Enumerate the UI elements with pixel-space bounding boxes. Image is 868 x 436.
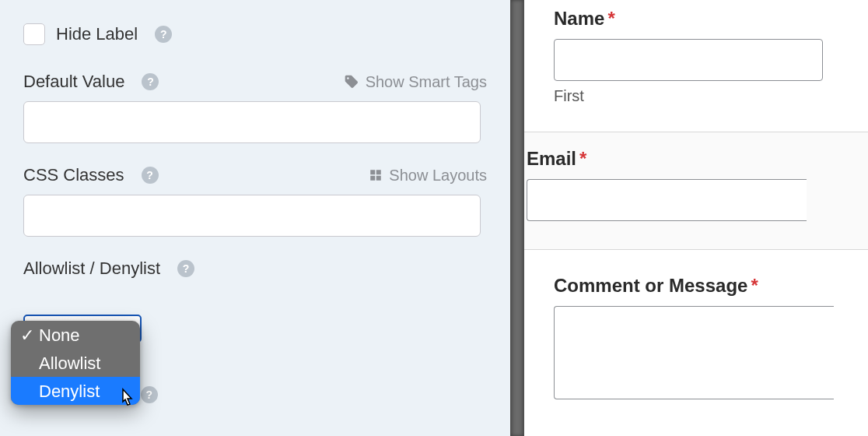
grid-icon [369,168,383,182]
cursor-icon [117,388,137,411]
name-label: Name [554,8,604,29]
hide-label-row: Hide Label ? [23,23,487,45]
name-first-input[interactable] [554,39,823,81]
tag-icon [344,74,359,90]
checkmark-icon: ✓ [22,325,33,346]
name-first-sublabel: First [554,87,868,105]
required-asterisk: * [579,148,586,169]
required-asterisk: * [607,8,614,29]
help-icon[interactable]: ? [141,386,158,403]
comment-field: Comment or Message* [510,275,868,399]
panel-divider[interactable] [510,0,524,436]
allow-deny-option-allowlist[interactable]: Allowlist [11,349,140,377]
comment-label: Comment or Message [554,275,747,296]
hide-label-checkbox[interactable] [23,23,45,45]
email-input[interactable] [527,179,807,221]
email-label: Email [527,148,576,169]
name-field: Name* First [510,8,868,105]
default-value-row: Default Value ? Show Smart Tags [23,72,487,143]
allow-deny-row: Allowlist / Denylist ? [23,258,487,279]
allow-deny-label: Allowlist / Denylist [23,258,160,279]
show-layouts-link[interactable]: Show Layouts [369,167,487,185]
required-asterisk: * [751,275,758,296]
css-classes-row: CSS Classes ? Show Layouts [23,165,487,237]
allow-deny-option-none[interactable]: ✓ None [11,321,140,349]
help-icon[interactable]: ? [177,260,194,277]
field-options-panel: Hide Label ? Default Value ? Show Smart … [0,0,510,436]
css-classes-label: CSS Classes [23,165,124,185]
help-icon[interactable]: ? [142,167,159,184]
email-field-selected[interactable]: Email* [510,132,868,250]
default-value-label: Default Value [23,72,124,92]
comment-textarea[interactable] [554,306,834,399]
help-icon[interactable]: ? [142,73,159,90]
form-preview: Name* First Email* Comment or Message* [510,0,868,436]
show-smart-tags-link[interactable]: Show Smart Tags [344,73,487,91]
default-value-input[interactable] [23,101,481,143]
css-classes-input[interactable] [23,195,481,237]
help-icon[interactable]: ? [155,26,172,43]
hide-label-text: Hide Label [56,24,138,44]
